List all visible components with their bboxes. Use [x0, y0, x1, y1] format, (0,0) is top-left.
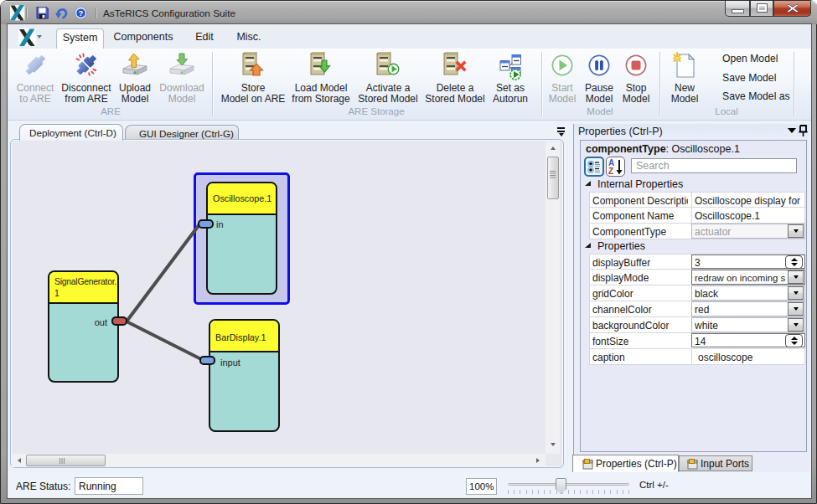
svg-text:Z: Z [608, 167, 613, 176]
svg-text:?: ? [79, 8, 84, 18]
